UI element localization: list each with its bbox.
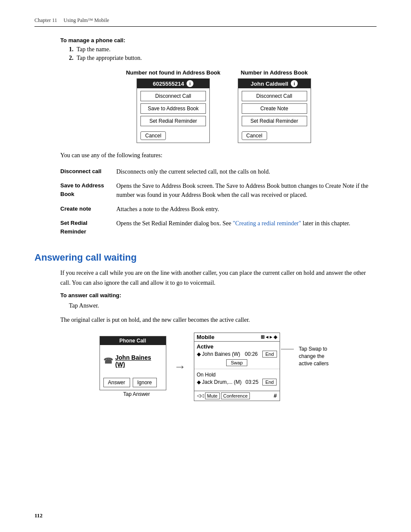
annotation-line [281, 349, 294, 349]
hold-time: 03:25 [246, 379, 258, 385]
hold-caller-row: ◆ Jack Drum,... (M) 03:25 End [197, 378, 277, 386]
page-header: Chapter 11 Using Palm™ Mobile [34, 17, 377, 27]
phone-ringing-icon: ☎ [103, 356, 113, 366]
diagrams-row: Number not found in Address Book 6025555… [60, 69, 377, 143]
hash-symbol: # [274, 392, 277, 399]
feature-term-note: Create note [60, 202, 116, 216]
step-2-num: 2. [69, 55, 74, 61]
disconnect-call-btn-left[interactable]: Disconnect Call [140, 91, 206, 101]
phone-call-body: ☎ John Baines (W) [100, 345, 166, 375]
hold-label: On Hold [197, 372, 277, 378]
phone-number: 6025555214 [153, 81, 184, 87]
info-icon-left: i [187, 80, 193, 87]
info-icon-right: i [291, 80, 298, 87]
create-note-btn[interactable]: Create Note [242, 103, 307, 114]
feature-def-redial: Opens the Set Redial Reminder dialog box… [116, 216, 377, 238]
step-2: 2. Tap the appropriate button. [69, 55, 377, 62]
page-number: 112 [34, 512, 43, 519]
section2-heading: Answering call waiting [34, 252, 377, 263]
answer-button[interactable]: Answer [103, 378, 130, 387]
mobile-active-label: Active [197, 343, 277, 350]
disconnect-call-btn-right[interactable]: Disconnect Call [242, 91, 307, 101]
feature-row-note: Create note Attaches a note to the Addre… [60, 202, 377, 216]
phone-ui-found-title: John Caldwell i [238, 79, 311, 88]
section2-body1: If you receive a call while you are on t… [60, 268, 377, 288]
phone-call-group: Phone Call ☎ John Baines (W) Answer Igno… [100, 336, 166, 397]
extra-icon: ◈ [274, 334, 277, 340]
annotation-container: Tap Swap to change the active callers [281, 333, 338, 367]
mobile-title: Mobile [197, 334, 215, 340]
chapter-title: Using Palm™ Mobile [64, 17, 109, 23]
call-waiting-diagram: Phone Call ☎ John Baines (W) Answer Igno… [60, 333, 377, 401]
section2-body2: The original caller is put on hold, and … [60, 315, 377, 325]
step-1-text: Tap the name. [77, 46, 111, 53]
incoming-caller-name: John Baines (W) [115, 354, 162, 368]
feature-row-disconnect: Disconnect call Disconnects only the cur… [60, 165, 377, 179]
manage-call-heading: To manage a phone call: [60, 37, 377, 44]
cancel-btn-left[interactable]: Cancel [140, 131, 166, 140]
feature-term-disconnect: Disconnect call [60, 165, 116, 179]
step-1-num: 1. [69, 46, 74, 53]
step-2-text: Tap the appropriate button. [77, 55, 142, 61]
chapter-label: Chapter 11 [34, 17, 57, 23]
save-address-book-btn[interactable]: Save to Address Book [140, 103, 206, 114]
phone-ui-not-found: 6025555214 i Disconnect Call Save to Add… [137, 78, 210, 143]
active-end-button[interactable]: End [262, 351, 277, 358]
redial-link[interactable]: "Creating a redial reminder" [233, 220, 301, 227]
diagram-found: Number in Address Book John Caldwell i D… [238, 69, 311, 143]
swap-row: Swap [197, 358, 277, 367]
grid-icon: ⊞ [261, 334, 265, 340]
annotation-text: Tap Swap to change the active callers [299, 345, 338, 367]
feature-def-disconnect: Disconnects only the current selected ca… [116, 165, 377, 179]
active-caller-name: ◆ John Baines (W) [197, 351, 240, 357]
feature-def-note: Attaches a note to the Address Book entr… [116, 202, 377, 216]
phone-ui-not-found-title: 6025555214 i [137, 79, 209, 88]
conference-button[interactable]: Conference [221, 392, 250, 399]
set-redial-reminder-btn-left[interactable]: Set Redial Reminder [140, 116, 206, 126]
set-redial-reminder-btn-right[interactable]: Set Redial Reminder [242, 116, 307, 126]
ignore-button[interactable]: Ignore [133, 378, 157, 387]
diagram-found-label: Number in Address Book [241, 69, 308, 76]
hold-caller-name: ◆ Jack Drum,... (M) [197, 379, 242, 385]
hold-end-button[interactable]: End [262, 379, 277, 386]
feature-def-save: Opens the Save to Address Book screen. T… [116, 179, 377, 202]
feature-table: Disconnect call Disconnects only the cur… [60, 165, 377, 238]
step-1: 1. Tap the name. [69, 46, 377, 53]
feature-term-save: Save to Address Book [60, 179, 116, 202]
swap-button[interactable]: Swap [226, 359, 248, 366]
phone-ui-not-found-footer: Cancel [137, 129, 209, 143]
tap-answer-step: Tap Answer. [69, 301, 377, 311]
diagram-not-found: Number not found in Address Book 6025555… [126, 69, 220, 143]
section-divider [194, 369, 280, 369]
active-time: 00:26 [245, 351, 258, 357]
phone-ui-found: John Caldwell i Disconnect Call Create N… [238, 78, 311, 143]
arrow-right-icon: → [174, 360, 186, 373]
feature-term-redial: Set Redial Reminder [60, 216, 116, 238]
phone-call-box: Phone Call ☎ John Baines (W) Answer Igno… [100, 336, 166, 390]
phone-call-footer: Answer Ignore [100, 375, 166, 390]
cancel-btn-right[interactable]: Cancel [242, 131, 267, 140]
mute-button[interactable]: Mute [205, 392, 220, 399]
mobile-hold-section: On Hold ◆ Jack Drum,... (M) 03:25 End [194, 370, 280, 387]
answer-call-waiting-heading: To answer call waiting: [60, 292, 377, 299]
signal-icon: ◂ [266, 334, 268, 340]
mobile-active-section: Active ◆ John Baines (W) 00:26 End Swap [194, 342, 280, 368]
phone-ui-found-body: Disconnect Call Create Note Set Redial R… [238, 88, 311, 129]
mobile-title-bar: Mobile ⊞ ◂ ▸ ◈ [194, 333, 280, 342]
contact-name: John Caldwell [251, 81, 288, 87]
phone-ui-found-footer: Cancel [238, 129, 311, 143]
battery-icon: ▸ [270, 334, 272, 340]
tap-answer-label: Tap Answer [123, 391, 150, 397]
volume-icon: ◁◁ [197, 393, 204, 398]
footer-left-controls: ◁◁ Mute Conference [197, 392, 250, 399]
phone-ui-not-found-body: Disconnect Call Save to Address Book Set… [137, 88, 209, 129]
diagram-not-found-label: Number not found in Address Book [126, 69, 220, 76]
steps-list: 1. Tap the name. 2. Tap the appropriate … [69, 46, 377, 62]
phone-call-title: Phone Call [100, 336, 166, 345]
active-caller-row: ◆ John Baines (W) 00:26 End [197, 350, 277, 358]
mobile-screen-group: Mobile ⊞ ◂ ▸ ◈ Active ◆ John Baines (W) [194, 333, 338, 401]
feature-row-redial: Set Redial Reminder Opens the Set Redial… [60, 216, 377, 238]
mobile-footer-bar: ◁◁ Mute Conference # [194, 391, 280, 401]
mobile-title-icons: ⊞ ◂ ▸ ◈ [261, 334, 277, 340]
intro-text: You can use any of the following feature… [60, 151, 377, 160]
